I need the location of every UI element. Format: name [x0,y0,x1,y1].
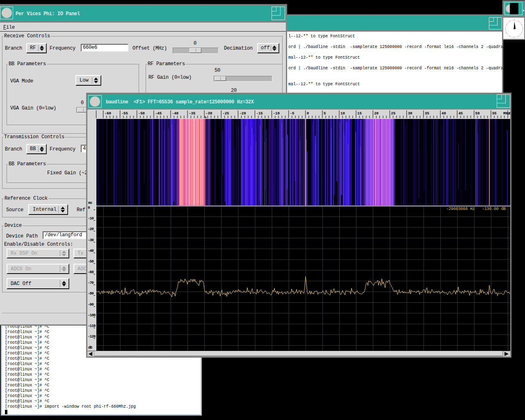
svg-text:45: 45 [459,112,463,116]
svg-text:55: 55 [492,112,497,116]
svg-text:-10: -10 [273,112,280,116]
svg-text:-5: -5 [290,112,294,116]
svg-text:10: 10 [340,112,345,116]
svg-text:30: 30 [408,112,412,116]
svg-text:-50: -50 [138,112,145,116]
svg-text:0: 0 [307,112,309,116]
svg-text:-55: -55 [121,112,128,116]
svg-text:5: 5 [324,112,326,116]
svg-text:-25: -25 [222,112,229,116]
svg-text:15: 15 [357,112,362,116]
svg-text:35: 35 [425,112,429,116]
svg-text:-40: -40 [172,112,178,116]
svg-text:50: 50 [475,112,480,116]
svg-text:-35: -35 [189,112,195,116]
svg-text:20: 20 [374,112,379,116]
svg-text:-30: -30 [205,112,212,116]
svg-text:-20: -20 [239,112,246,116]
svg-text:25: 25 [391,112,395,116]
svg-text:-45: -45 [155,112,162,116]
svg-text:-15: -15 [256,112,263,116]
svg-text:-60: -60 [105,112,111,116]
svg-text:MHz: MHz [503,112,510,116]
svg-text:40: 40 [442,112,446,116]
